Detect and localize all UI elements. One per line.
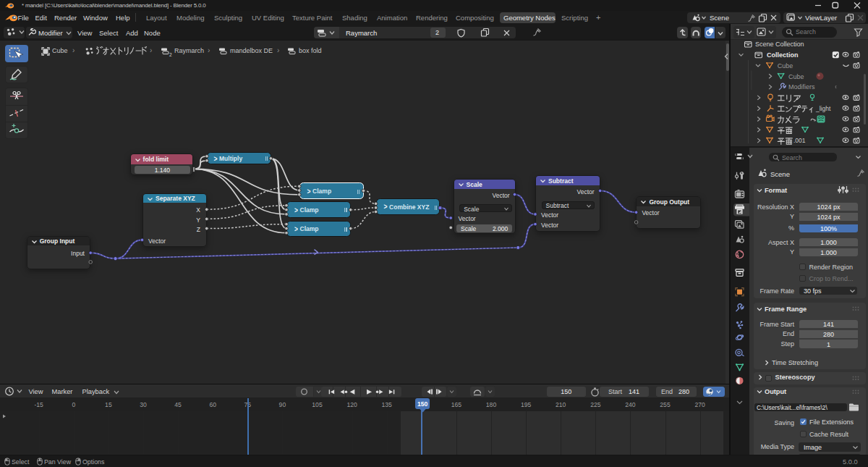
svg-text:Collection: Collection (767, 51, 799, 59)
svg-text:_light: _light (815, 105, 831, 112)
svg-text:Scene Collection: Scene Collection (755, 41, 804, 48)
svg-text:Cube: Cube (788, 73, 804, 80)
svg-text:Cube: Cube (778, 62, 793, 70)
svg-text:.001: .001 (793, 137, 806, 144)
svg-text:Modifiers: Modifiers (788, 83, 815, 91)
